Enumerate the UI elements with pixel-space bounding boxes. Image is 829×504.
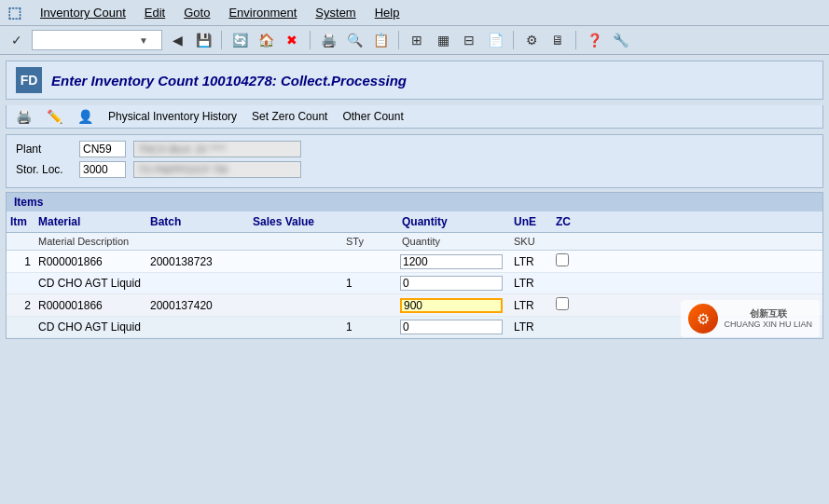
col-subheaders: Material Description STy Quantity SKU (7, 233, 822, 251)
home-button[interactable]: 🏠 (255, 29, 277, 51)
row1-sty (342, 261, 398, 263)
row1-itm: 1 (7, 254, 35, 269)
storloc-label: Stor. Loc. (16, 163, 72, 176)
grid-button[interactable]: ⊞ (406, 29, 428, 51)
row2b-qty2-cell[interactable] (398, 319, 510, 335)
sub-salesval (249, 235, 342, 248)
col-une: UnE (510, 213, 552, 230)
col-zc: ZC (552, 213, 575, 230)
menu-items: Inventory Count Edit Goto Environment Sy… (40, 6, 399, 20)
main-content: FD Enter Inventory Count 100104278: Coll… (0, 55, 829, 345)
row1-batch: 2000138723 (146, 254, 249, 269)
separator-4 (513, 31, 514, 49)
row1b-quantity2-input[interactable] (400, 276, 503, 291)
row2b-itm (7, 326, 35, 328)
settings-button[interactable]: ⚙ (520, 29, 543, 51)
col-headers: Itm Material Batch Sales Value Quantity … (7, 211, 822, 233)
menu-help[interactable]: Help (375, 6, 400, 20)
menu-environment[interactable]: Environment (228, 6, 297, 20)
toolbar: ✓ ▼ ◀ 💾 🔄 🏠 ✖ 🖨️ 🔍 📋 ⊞ ▦ ⊟ 📄 ⚙ 🖥 ❓ 🔧 (0, 26, 829, 55)
doc-title: Enter Inventory Count 100104278: Collect… (51, 73, 407, 89)
table-button[interactable]: ▦ (432, 29, 454, 51)
watermark-logo: ⚙ (688, 304, 718, 334)
menu-inventory-count[interactable]: Inventory Count (40, 6, 126, 20)
row1b-sty: 1 (342, 276, 398, 291)
export-button[interactable]: ⊟ (458, 29, 480, 51)
menu-goto[interactable]: Goto (184, 6, 210, 20)
col-sales-value: Sales Value (249, 213, 342, 230)
plant-label: Plant (16, 143, 72, 156)
row1-zc-checkbox[interactable] (556, 253, 569, 266)
row2b-desc: CD CHO AGT Liquid (35, 320, 146, 334)
print-button[interactable]: 🖨️ (317, 29, 339, 51)
row2-sales-value (249, 305, 342, 306)
plant-desc: TNCX BioX. DI **** (133, 141, 301, 157)
row2-quantity-input[interactable] (400, 298, 503, 313)
items-header: Items (7, 193, 822, 211)
row2-quantity-cell[interactable] (398, 297, 510, 314)
row2b-quantity2-input[interactable] (400, 320, 503, 334)
nav-back-button[interactable]: ◀ (166, 29, 188, 51)
other-count-link[interactable]: Other Count (342, 110, 403, 123)
row2-sty (342, 305, 398, 306)
plant-row: Plant CN59 TNCX BioX. DI **** (16, 141, 813, 157)
menu-system[interactable]: System (315, 6, 355, 20)
table-row: CD CHO AGT Liquid 1 LTR (7, 273, 822, 294)
row1b-desc: CD CHO AGT Liquid (35, 276, 146, 291)
row1b-zc (552, 282, 575, 284)
plant-desc-text: TNCX BioX. DI **** (138, 143, 226, 155)
dropdown-arrow-icon[interactable]: ▼ (139, 35, 148, 46)
customize-button[interactable]: 🔧 (609, 29, 631, 51)
storloc-desc: TX PM/PFG/CF TM (133, 161, 301, 178)
doc-icon: FD (16, 67, 42, 93)
help-icon-button[interactable]: ❓ (583, 29, 605, 51)
physical-inventory-history-link[interactable]: Physical Inventory History (108, 110, 237, 123)
row2b-zc (552, 326, 575, 328)
cancel-button[interactable]: ✖ (281, 29, 303, 51)
row2-une: LTR (510, 298, 552, 313)
table-row: 1 R000001866 2000138723 LTR (7, 251, 822, 273)
refresh-button[interactable]: 🔄 (228, 29, 251, 51)
set-zero-count-link[interactable]: Set Zero Count (252, 110, 327, 123)
back-button[interactable]: ✓ (6, 29, 28, 51)
row1-quantity-input[interactable] (400, 254, 503, 269)
col-quantity: Quantity (398, 213, 510, 230)
doc-icon-text: FD (21, 73, 38, 88)
clipboard-button[interactable]: 📋 (369, 29, 392, 51)
row2b-une2: LTR (510, 320, 552, 334)
row1b-qty2-cell[interactable] (398, 275, 510, 292)
separator-2 (310, 31, 311, 49)
watermark: ⚙ 创新互联 CHUANG XIN HU LIAN (681, 300, 820, 337)
watermark-text: 创新互联 CHUANG XIN HU LIAN (724, 307, 812, 331)
row2b-batch (146, 326, 249, 328)
edit-action-icon[interactable]: ✏️ (47, 109, 62, 124)
row2b-sales-value (249, 326, 342, 328)
user-action-icon[interactable]: 👤 (77, 109, 93, 124)
sub-sku: SKU (510, 235, 552, 248)
sub-itm (7, 235, 35, 248)
save-button[interactable]: 💾 (192, 29, 214, 51)
print-action-icon[interactable]: 🖨️ (16, 109, 32, 124)
row1-quantity-cell[interactable] (398, 253, 510, 270)
row1-material: R000001866 (35, 254, 146, 269)
command-input[interactable] (36, 34, 139, 47)
row1b-batch (146, 282, 249, 284)
doc-button[interactable]: 📄 (484, 29, 506, 51)
sub-material-desc: Material Description (35, 235, 146, 248)
items-label: Items (14, 196, 43, 209)
plant-value: CN59 (79, 141, 126, 157)
find-button[interactable]: 🔍 (343, 29, 366, 51)
col-sty (342, 213, 398, 230)
row1-zc (552, 252, 575, 270)
row1b-sales-value (249, 282, 342, 284)
row1-une: LTR (510, 254, 552, 269)
storloc-desc-text: TX PM/PFG/CF TM (138, 164, 228, 175)
sub-quantity: Quantity (398, 235, 510, 248)
col-material: Material (35, 213, 146, 230)
watermark-line2: CHUANG XIN HU LIAN (724, 320, 812, 331)
separator-3 (398, 31, 399, 49)
monitor-button[interactable]: 🖥 (546, 29, 569, 51)
row2-zc-checkbox[interactable] (556, 297, 569, 310)
menu-edit[interactable]: Edit (145, 6, 165, 20)
command-input-wrapper[interactable]: ▼ (32, 30, 162, 50)
